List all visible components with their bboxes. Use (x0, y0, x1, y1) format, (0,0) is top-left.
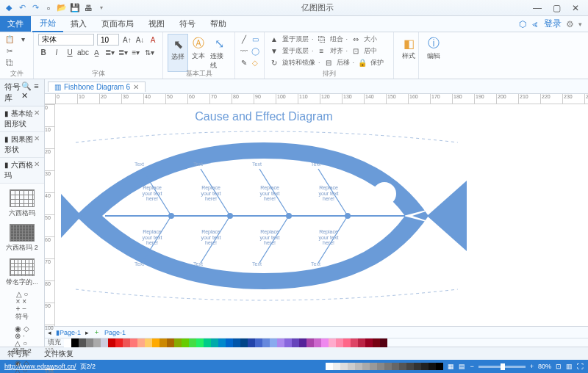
cut-icon[interactable]: ✂ (4, 46, 15, 56)
tab-symbol[interactable]: 符号 (172, 16, 203, 32)
bone-label-8[interactable]: Replace your text here! (312, 229, 345, 246)
view-mode-1-icon[interactable]: ▦ (448, 363, 454, 370)
curve-icon[interactable]: 〰 (240, 46, 248, 56)
share-icon[interactable]: ⪡ (531, 19, 539, 29)
connector-tool[interactable]: ⤡连接线 (209, 34, 229, 72)
canvas[interactable]: Cause and Effect Diagram (55, 104, 588, 326)
tab-view[interactable]: 视图 (141, 16, 172, 32)
rect-icon[interactable]: ▭ (251, 34, 260, 44)
size-btn[interactable]: 大小 (364, 35, 377, 44)
rotate-btn[interactable]: 旋转和镜像 (282, 58, 315, 68)
font-color-icon[interactable]: A (148, 35, 158, 45)
style-button[interactable]: ◧样式 (398, 34, 419, 62)
bone-text-1[interactable]: Text (135, 162, 144, 167)
redo-icon[interactable]: ↷ (29, 2, 41, 14)
grayscale-palette[interactable] (326, 363, 443, 370)
italic-icon[interactable]: I (51, 47, 62, 57)
shape-sixsigma2[interactable]: 六西格玛 2 (3, 222, 41, 253)
document-tab[interactable]: ▥ Fishbone Diagram 6 ✕ (48, 82, 146, 92)
bone-text-8[interactable]: Text (311, 261, 320, 267)
open-icon[interactable]: 📂 (56, 2, 68, 14)
spacing-icon[interactable]: ⇅▾ (144, 47, 154, 57)
tab-symbol-lib[interactable]: 符号库 (0, 349, 37, 359)
font-shrink-icon[interactable]: A↓ (135, 35, 146, 45)
shape-x-icon[interactable]: ◇ (251, 57, 260, 68)
bone-text-4[interactable]: Text (311, 162, 320, 167)
lib-close-icon[interactable]: ✕ (21, 91, 28, 100)
diagram-title[interactable]: Cause and Effect Diagram (61, 109, 467, 123)
lib-cat-causeeffect[interactable]: ▮ 因果图形状✕ (0, 132, 44, 158)
bone-text-2[interactable]: Text (193, 162, 203, 167)
shape-sixsigma[interactable]: 六西格玛 (3, 188, 41, 218)
bone-label-1[interactable]: Replace your text here! (136, 185, 168, 202)
copy-icon[interactable]: ⿻ (4, 57, 15, 68)
color-palette[interactable] (64, 338, 387, 347)
align-btn[interactable]: 对齐 (330, 46, 343, 56)
new-icon[interactable]: ▫ (43, 2, 54, 14)
minimize-button[interactable]: — (531, 3, 544, 13)
numbering-icon[interactable]: ≣▾ (118, 47, 128, 57)
fit-width-icon[interactable]: ▥ (566, 363, 573, 370)
fullscreen-icon[interactable]: ⛶ (577, 363, 584, 370)
bone-label-6[interactable]: Replace your text here! (195, 229, 227, 246)
font-size-select[interactable] (97, 34, 119, 46)
group-btn[interactable]: 组合 (330, 35, 343, 44)
line-icon[interactable]: ╱ (240, 34, 248, 44)
font-grow-icon[interactable]: A↑ (122, 35, 132, 45)
align-icon[interactable]: ≡▾ (131, 47, 141, 57)
login-link[interactable]: 登录 (544, 18, 562, 30)
paste-icon[interactable]: 📋 (4, 34, 15, 44)
zoom-out-icon[interactable]: − (470, 363, 473, 370)
lib-cat-basic[interactable]: ▮ 基本绘图形状✕ (0, 106, 44, 132)
tab-file-recovery[interactable]: 文件恢复 (37, 349, 81, 359)
zoom-in-icon[interactable]: + (530, 363, 534, 370)
bone-text-5[interactable]: Text (135, 261, 144, 267)
settings-icon[interactable]: ⚙ (566, 19, 574, 29)
zoom-slider[interactable] (478, 366, 526, 368)
select-tool[interactable]: ⬉选择 (168, 34, 188, 72)
qat-more-icon[interactable]: ▾ (96, 2, 107, 14)
tab-layout[interactable]: 页面布局 (94, 16, 141, 32)
undo-icon[interactable]: ↶ (16, 2, 28, 14)
page-next-icon[interactable]: ▸ (85, 329, 89, 336)
tab-home[interactable]: 开始 (32, 15, 63, 32)
close-button[interactable]: ✕ (569, 3, 582, 13)
lib-menu-icon[interactable]: ≡ (34, 82, 38, 90)
print-icon[interactable]: 🖶 (82, 2, 94, 14)
text-tool[interactable]: Ⓐ文本 (188, 34, 209, 72)
bone-text-3[interactable]: Text (252, 162, 262, 167)
pencil-icon[interactable]: ✎ (240, 57, 248, 68)
status-url[interactable]: http://www.edrawsoft.cn/ (4, 363, 76, 370)
lib-cat-sixsigma[interactable]: ▮ 六西格玛✕ (0, 158, 44, 184)
maximize-button[interactable]: ▢ (550, 3, 563, 13)
circle-icon[interactable]: ◯ (251, 46, 260, 56)
backward-btn[interactable]: 后移 (337, 58, 350, 68)
underline-icon[interactable]: U (65, 47, 75, 57)
center-btn[interactable]: 居中 (364, 46, 377, 56)
shape-symbols[interactable]: △ ○× ×+ −符号 (3, 291, 41, 322)
page-tab-1[interactable]: ▮Page-1 (56, 329, 81, 336)
lib-search-icon[interactable]: 🔍 (21, 82, 32, 90)
fishbone-diagram[interactable]: Text Text Text Text Text Text Text Text … (61, 128, 467, 304)
protect-btn[interactable]: 保护 (370, 58, 384, 68)
view-mode-2-icon[interactable]: ▤ (459, 363, 465, 370)
edit-button[interactable]: ⓘ编辑 (423, 34, 444, 62)
cloud-icon[interactable]: ⬡ (519, 19, 526, 29)
tab-help[interactable]: 帮助 (203, 16, 234, 32)
bone-label-3[interactable]: Replace your text here! (254, 185, 286, 202)
bring-front[interactable]: 置于顶层 (282, 35, 309, 44)
fit-page-icon[interactable]: ⊡ (556, 363, 562, 370)
page-tab-1b[interactable]: Page-1 (104, 329, 126, 336)
doc-tab-close-icon[interactable]: ✕ (133, 83, 139, 91)
bone-label-2[interactable]: Replace your text here! (195, 185, 227, 202)
font-name-select[interactable] (38, 34, 94, 46)
bold-icon[interactable]: B (38, 47, 49, 57)
bone-label-7[interactable]: Replace your text here! (254, 229, 286, 246)
bone-text-6[interactable]: Text (193, 261, 203, 267)
shape-named[interactable]: 带名字的... (3, 257, 41, 287)
bullets-icon[interactable]: ≣▾ (104, 47, 115, 57)
strike-icon[interactable]: abc (78, 47, 88, 57)
bone-text-7[interactable]: Text (252, 261, 262, 267)
send-back[interactable]: 置于底层 (282, 46, 309, 56)
save-icon[interactable]: 💾 (69, 2, 81, 14)
